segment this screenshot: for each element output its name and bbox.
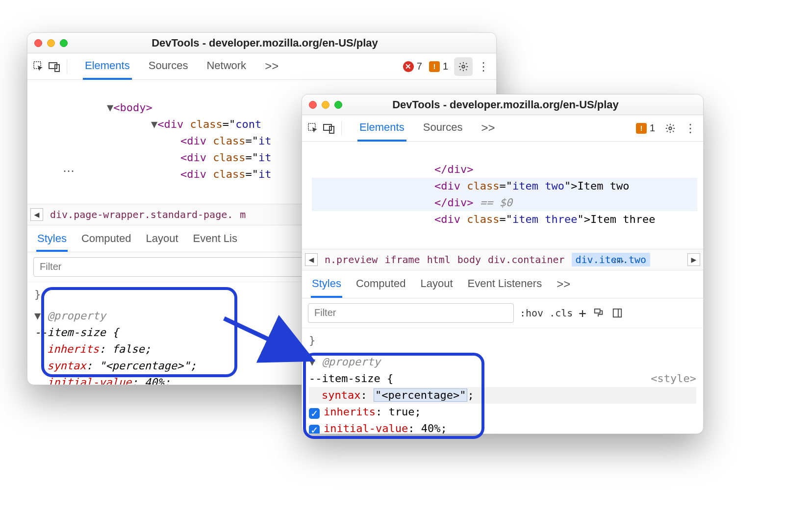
css-prop-value[interactable]: "<percentage>": [99, 360, 190, 372]
close-window-icon[interactable]: [309, 101, 317, 109]
dom-node[interactable]: <div: [180, 168, 206, 180]
styles-pane[interactable]: } ▼ @property --item-size { <style> synt…: [302, 328, 703, 434]
issue-badge[interactable]: ! 1: [636, 122, 655, 134]
breadcrumb-item-selected[interactable]: div.item.two: [572, 253, 651, 266]
dom-node[interactable]: <div: [434, 180, 460, 192]
css-selector[interactable]: --item-size {: [309, 372, 393, 385]
breadcrumb-scroll-left[interactable]: ◀: [30, 208, 43, 221]
maximize-window-icon[interactable]: [60, 39, 68, 47]
css-prop-name[interactable]: inherits: [47, 343, 99, 355]
minimize-window-icon[interactable]: [47, 39, 55, 47]
subtab-layout[interactable]: Layout: [419, 270, 454, 298]
svg-rect-8: [595, 309, 600, 313]
device-toggle-icon[interactable]: [323, 122, 335, 135]
subtab-computed[interactable]: Computed: [80, 225, 132, 252]
subtab-styles[interactable]: Styles: [311, 270, 342, 298]
css-prop-value[interactable]: 40%: [145, 376, 164, 385]
inspect-icon[interactable]: [32, 60, 45, 73]
ellipsis-icon[interactable]: ⋯: [613, 254, 626, 268]
tab-sources[interactable]: Sources: [147, 53, 190, 80]
tab-elements[interactable]: Elements: [83, 53, 132, 80]
breadcrumb-item[interactable]: n.preview: [325, 254, 378, 266]
dom-tree[interactable]: </div> <div class="item two">Item two </…: [302, 142, 703, 249]
tab-sources[interactable]: Sources: [421, 115, 465, 142]
breadcrumb[interactable]: ◀ n.preview iframe html body div.contain…: [302, 249, 703, 270]
issue-count: 1: [650, 122, 655, 134]
settings-button[interactable]: [454, 57, 473, 76]
hov-toggle[interactable]: :hov: [520, 307, 543, 319]
error-icon: ✕: [403, 61, 414, 72]
breadcrumb-item[interactable]: iframe: [384, 254, 420, 266]
more-tabs[interactable]: >>: [479, 115, 497, 142]
device-toggle-icon[interactable]: [48, 60, 61, 73]
titlebar: DevTools - developer.mozilla.org/en-US/p…: [302, 95, 703, 115]
style-origin[interactable]: <style>: [651, 370, 696, 387]
svg-point-3: [462, 65, 465, 68]
settings-button[interactable]: [661, 119, 680, 138]
dom-node[interactable]: <div: [180, 135, 206, 147]
css-prop-value[interactable]: 40%: [421, 422, 441, 434]
subtab-events[interactable]: Event Listeners: [467, 270, 543, 298]
panel-tabs: Elements Sources >>: [357, 115, 497, 142]
svg-point-7: [669, 127, 672, 130]
cls-toggle[interactable]: .cls: [549, 307, 573, 319]
css-selector[interactable]: --item-size {: [34, 326, 119, 339]
issue-icon: !: [636, 123, 647, 134]
minimize-window-icon[interactable]: [322, 101, 329, 109]
breadcrumb-item[interactable]: div.container: [488, 254, 565, 266]
kebab-menu[interactable]: ⋮: [683, 121, 698, 135]
dom-node[interactable]: <body>: [113, 101, 152, 114]
issue-badge[interactable]: ! 1: [429, 61, 448, 72]
dom-node[interactable]: </div>: [434, 163, 473, 175]
breadcrumb-item[interactable]: m: [240, 209, 246, 220]
inspect-icon[interactable]: [307, 122, 320, 135]
layout-toggle-icon[interactable]: [611, 307, 624, 319]
css-prop-name[interactable]: initial-value: [324, 422, 408, 434]
breadcrumb-item[interactable]: div.page-wrapper.standard-page.: [50, 209, 233, 220]
more-subtabs[interactable]: >>: [556, 270, 571, 298]
css-prop-name[interactable]: syntax: [322, 389, 360, 401]
css-prop-value[interactable]: "<percentage>": [374, 388, 467, 402]
styles-subtabs: Styles Computed Layout Event Listeners >…: [302, 270, 703, 298]
issue-badges: ! 1: [636, 122, 655, 134]
css-prop-name[interactable]: initial-value: [47, 376, 131, 385]
subtab-layout[interactable]: Layout: [145, 225, 179, 252]
tab-elements[interactable]: Elements: [357, 115, 406, 142]
dom-node[interactable]: <div: [180, 151, 206, 164]
checkbox-icon[interactable]: ✓: [309, 425, 320, 434]
css-prop-name[interactable]: syntax: [47, 360, 86, 372]
traffic-lights: [309, 101, 342, 109]
at-property-header[interactable]: @property: [48, 310, 106, 322]
window-title: DevTools - developer.mozilla.org/en-US/p…: [347, 98, 664, 111]
error-badge[interactable]: ✕ 7: [403, 61, 422, 72]
window-title: DevTools - developer.mozilla.org/en-US/p…: [73, 37, 457, 49]
close-window-icon[interactable]: [34, 39, 42, 47]
panel-tabs: Elements Sources Network >>: [83, 53, 280, 80]
at-property-header[interactable]: @property: [322, 356, 380, 368]
css-prop-value[interactable]: true: [388, 406, 414, 418]
subtab-events[interactable]: Event Lis: [192, 225, 239, 252]
paint-icon[interactable]: [592, 307, 605, 319]
maximize-window-icon[interactable]: [334, 101, 342, 109]
subtab-styles[interactable]: Styles: [36, 225, 68, 252]
breadcrumb-item[interactable]: body: [457, 254, 481, 266]
more-tabs[interactable]: >>: [263, 53, 280, 80]
kebab-menu[interactable]: ⋮: [476, 60, 491, 73]
dom-node[interactable]: <div: [434, 213, 460, 225]
css-prop-name[interactable]: inherits: [324, 406, 376, 418]
tab-network[interactable]: Network: [204, 53, 248, 80]
new-rule-button[interactable]: +: [579, 306, 586, 320]
filter-row: :hov .cls +: [302, 298, 703, 328]
breadcrumb-item[interactable]: html: [427, 254, 451, 266]
ellipsis-icon[interactable]: ⋯: [63, 164, 76, 178]
svg-rect-9: [613, 309, 622, 317]
checkbox-icon[interactable]: ✓: [309, 408, 320, 419]
breadcrumb-scroll-left[interactable]: ◀: [305, 253, 318, 266]
main-toolbar: Elements Sources Network >> ✕ 7 ! 1 ⋮: [27, 53, 496, 80]
devtools-window-b: DevTools - developer.mozilla.org/en-US/p…: [302, 94, 704, 434]
css-prop-value[interactable]: false: [112, 343, 144, 355]
subtab-computed[interactable]: Computed: [355, 270, 407, 298]
filter-input[interactable]: [308, 303, 514, 323]
breadcrumb-scroll-right[interactable]: ▶: [687, 253, 700, 266]
svg-rect-1: [49, 63, 57, 69]
